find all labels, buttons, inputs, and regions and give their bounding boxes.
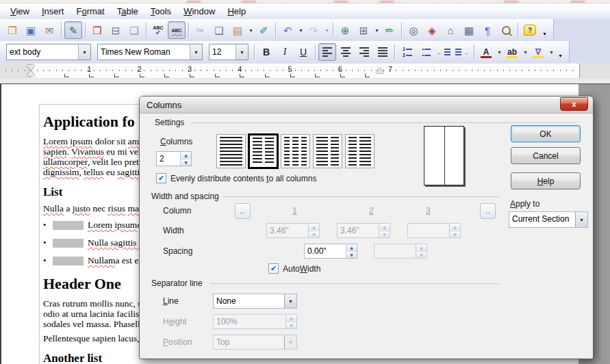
save-button[interactable]: ▣ [22, 21, 40, 39]
default-tab-stop-mark [340, 74, 345, 77]
align-left-button[interactable] [318, 43, 336, 61]
left-indent-marker[interactable] [27, 70, 35, 76]
ok-button[interactable]: OK [511, 125, 581, 142]
formatting-marks-button[interactable]: ¶ [479, 21, 496, 39]
align-center-button[interactable] [337, 43, 355, 61]
spinner-arrows-icon[interactable]: ▲▼ [180, 152, 191, 166]
chevron-down-icon[interactable]: ▼ [236, 44, 248, 60]
gallery-button[interactable]: ⌂ [442, 21, 459, 39]
toolbar-overflow-button[interactable]: ▾ [555, 49, 565, 62]
text: Application fo [43, 113, 135, 130]
horizontal-ruler[interactable]: 1234567 [0, 63, 610, 79]
background-color-button[interactable]: ∇ [529, 43, 547, 61]
print-button[interactable]: ⊟ [107, 21, 125, 39]
apply-to-dropdown[interactable]: Current Section ▼ [509, 211, 588, 228]
next-column-button[interactable]: → [480, 203, 496, 219]
undo-button-dropdown[interactable]: ▾ [298, 27, 304, 34]
font-color-button-dropdown[interactable]: ▾ [496, 49, 503, 55]
font-size-combo[interactable]: 12▼ [209, 44, 249, 60]
export-pdf-button[interactable]: ❒ [88, 21, 106, 39]
bullet-list-button[interactable]: •• [416, 43, 434, 61]
font-color-icon: A [483, 47, 490, 57]
numbered-list-button[interactable]: 12 [398, 43, 416, 61]
paste-button[interactable]: ▤ [229, 21, 246, 39]
paste-button-dropdown[interactable]: ▾ [248, 27, 254, 34]
first-line-indent-marker[interactable] [27, 65, 35, 70]
menu-window[interactable]: Window [177, 4, 221, 18]
font-name-combo-value: Times New Roman [98, 47, 190, 57]
data-sources-button[interactable]: ▦ [460, 21, 478, 39]
decrease-indent-button[interactable]: ← [435, 43, 453, 61]
misspelled-text: Lorem ipsum [88, 220, 137, 231]
insert-table-button-dropdown[interactable]: ▾ [374, 27, 380, 34]
view-border [0, 79, 610, 84]
close-button[interactable]: x [560, 97, 588, 111]
draw-functions-button[interactable]: ✏ [381, 21, 398, 39]
autowidth-checkbox[interactable]: ✔ AutoWidth [268, 263, 320, 274]
bullet-list-icon: •• [420, 47, 431, 57]
font-name-combo[interactable]: Times New Roman▼ [97, 44, 203, 60]
copy-button[interactable]: ❑ [210, 21, 228, 39]
spellcheck-button[interactable]: ABC✔ [149, 21, 167, 39]
right-indent-marker[interactable] [376, 68, 384, 73]
bold-button[interactable]: B [257, 43, 275, 61]
chevron-down-icon[interactable]: ▼ [78, 44, 90, 60]
email-button[interactable]: ✉ [40, 21, 58, 39]
menu-insert[interactable]: Insert [36, 4, 71, 18]
evenly-distribute-checkbox[interactable]: ✔ Evenly distribute contents to all colu… [156, 173, 316, 183]
menu-table[interactable]: Table [111, 4, 144, 18]
columns-count-label: Columns [160, 137, 192, 146]
edit-file-button[interactable]: ✎ [64, 21, 82, 39]
width-spacing-group-label: Width and spacing [151, 192, 223, 201]
paragraph-style-combo[interactable]: ext body▼ [6, 44, 91, 60]
toolbar-separator [474, 44, 474, 60]
undo-icon: ↶ [283, 25, 292, 36]
menu-help[interactable]: Help [221, 4, 252, 18]
chevron-down-icon[interactable]: ▼ [190, 44, 202, 60]
previous-column-button[interactable]: ← [235, 203, 251, 219]
open-button[interactable]: ❐ [3, 21, 21, 39]
menu-format[interactable]: Format [70, 4, 110, 18]
background-color-button-dropdown[interactable]: ▾ [548, 49, 555, 55]
line-style-dropdown[interactable]: None ▼ [213, 294, 297, 309]
font-color-button[interactable]: A [477, 43, 495, 61]
preset-one-column[interactable] [216, 134, 246, 168]
preset-right-wide[interactable] [345, 134, 374, 168]
find-replace-button[interactable]: ◎ [405, 21, 422, 39]
spacing-1-2-spinner[interactable]: 0.00"▲▼ [304, 244, 357, 259]
redo-button-dropdown: ▾ [324, 27, 330, 34]
help-button[interactable]: Help [511, 172, 581, 190]
auto-spellcheck-button[interactable]: ABC [168, 21, 186, 39]
draw-functions-icon: ✏ [385, 25, 394, 36]
help-bubble-icon: ? [524, 25, 536, 36]
text: eu [104, 167, 118, 177]
insert-table-button[interactable]: ⊞ [355, 21, 372, 39]
format-paintbrush-button[interactable]: ✐ [255, 21, 272, 39]
dialog-titlebar[interactable]: Columns [140, 96, 593, 114]
toolbar-overflow-button[interactable]: ▾ [539, 27, 550, 40]
underline-button[interactable]: U [294, 43, 312, 61]
align-center-icon [341, 47, 351, 57]
default-tab-stop-mark [215, 74, 220, 77]
columns-count-spinner[interactable]: 2 ▲▼ [156, 151, 192, 166]
navigator-button[interactable]: ◈ [423, 21, 441, 39]
preset-two-columns[interactable] [249, 134, 278, 168]
hyperlink-button[interactable]: ⊕ [336, 21, 354, 39]
preset-three-columns[interactable] [281, 134, 310, 168]
undo-button[interactable]: ↶ [279, 21, 296, 39]
menu-tools[interactable]: Tools [144, 4, 177, 18]
align-justify-button[interactable] [374, 43, 392, 61]
bullet-icon: • [43, 237, 53, 248]
zoom-button[interactable] [497, 21, 515, 39]
text: nec [90, 203, 107, 213]
cancel-button[interactable]: Cancel [511, 147, 581, 164]
align-right-button[interactable] [355, 43, 373, 61]
highlighting-button[interactable]: ab [503, 43, 521, 61]
highlighting-button-dropdown[interactable]: ▾ [522, 49, 529, 55]
print-preview-button[interactable]: ❏ [125, 21, 143, 39]
help-button[interactable]: ? [521, 21, 539, 39]
preset-left-wide[interactable] [313, 134, 342, 168]
increase-indent-button[interactable]: → [453, 43, 471, 61]
menu-view[interactable]: View [4, 4, 36, 18]
italic-button[interactable]: I [276, 43, 294, 61]
